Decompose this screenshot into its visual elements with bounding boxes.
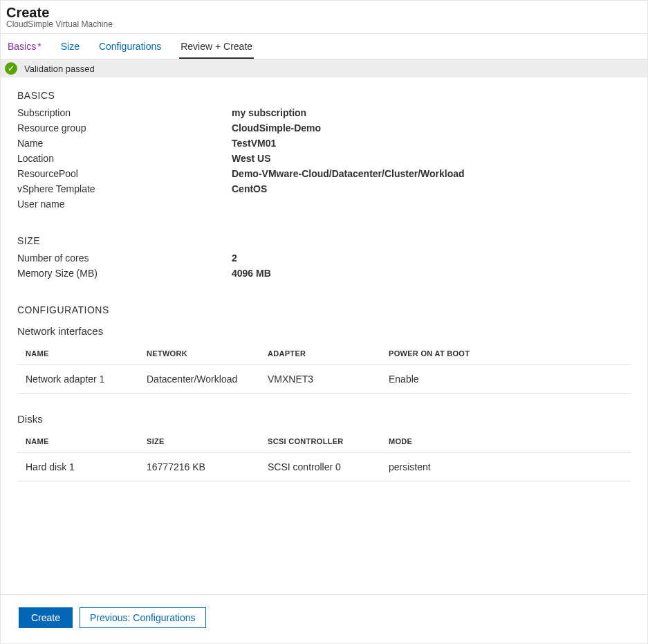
validation-text: Validation passed	[24, 64, 95, 74]
section-size-heading: SIZE	[17, 235, 631, 246]
cell-network: Datacenter/Workload	[138, 365, 259, 394]
th-name: NAME	[17, 342, 138, 365]
cell-adapter: VMXNET3	[259, 365, 380, 394]
kv-value: my subscription	[232, 107, 306, 118]
cell-scsi: SCSI controller 0	[259, 453, 380, 481]
kv-label: Resource group	[17, 122, 232, 134]
subhead-disks: Disks	[17, 413, 631, 425]
validation-banner: ✓ Validation passed	[1, 59, 647, 77]
th-name: NAME	[17, 430, 138, 453]
tab-review-create[interactable]: Review + Create	[179, 34, 254, 59]
page-title: Create	[6, 5, 642, 21]
tab-size-label: Size	[61, 41, 80, 52]
kv-memory: Memory Size (MB) 4096 MB	[17, 266, 631, 281]
th-power: POWER ON AT BOOT	[380, 342, 631, 365]
tab-size[interactable]: Size	[59, 34, 81, 59]
cell-power: Enable	[380, 365, 631, 394]
kv-subscription: Subscription my subscription	[17, 105, 631, 120]
disks-table: NAME SIZE SCSI CONTROLLER MODE Hard disk…	[17, 430, 631, 481]
kv-label: Memory Size (MB)	[17, 268, 232, 279]
kv-resource-pool: ResourcePool Demo-VMware-Cloud/Datacente…	[17, 166, 631, 181]
th-mode: MODE	[380, 430, 631, 453]
kv-label: vSphere Template	[17, 183, 232, 194]
kv-value: West US	[232, 153, 271, 164]
content-scroll: ✓ Validation passed BASICS Subscription …	[1, 59, 647, 594]
tab-configurations-label: Configurations	[99, 41, 161, 52]
th-scsi: SCSI CONTROLLER	[259, 430, 380, 453]
th-network: NETWORK	[138, 342, 259, 365]
network-table: NAME NETWORK ADAPTER POWER ON AT BOOT Ne…	[17, 342, 631, 394]
kv-cores: Number of cores 2	[17, 250, 631, 266]
previous-button[interactable]: Previous: Configurations	[80, 607, 206, 628]
tab-review-create-label: Review + Create	[180, 41, 252, 52]
tab-configurations[interactable]: Configurations	[98, 34, 163, 59]
cell-name: Hard disk 1	[17, 453, 138, 481]
kv-value: Demo-VMware-Cloud/Datacenter/Cluster/Wor…	[232, 168, 465, 179]
blade-header: Create CloudSimple Virtual Machine	[1, 1, 647, 34]
table-row: Network adapter 1 Datacenter/Workload VM…	[17, 365, 631, 394]
kv-location: Location West US	[17, 151, 631, 166]
cell-name: Network adapter 1	[17, 365, 138, 394]
footer: Create Previous: Configurations	[1, 594, 647, 643]
check-icon: ✓	[5, 62, 17, 75]
kv-vsphere-template: vSphere Template CentOS	[17, 181, 631, 196]
kv-label: ResourcePool	[17, 168, 232, 179]
subhead-network: Network interfaces	[17, 325, 631, 337]
kv-value: 4096 MB	[232, 268, 271, 279]
kv-label: Number of cores	[17, 252, 232, 264]
kv-resource-group: Resource group CloudSimple-Demo	[17, 120, 631, 136]
wizard-tabs: Basics* Size Configurations Review + Cre…	[1, 34, 647, 59]
cell-size: 16777216 KB	[138, 453, 259, 481]
kv-label: Location	[17, 153, 232, 164]
create-button[interactable]: Create	[19, 607, 73, 628]
kv-value: 2	[232, 252, 237, 264]
th-size: SIZE	[138, 430, 259, 453]
required-asterisk: *	[36, 41, 41, 52]
cell-mode: persistent	[380, 453, 631, 481]
section-basics-heading: BASICS	[17, 90, 631, 101]
kv-value: CentOS	[232, 183, 267, 194]
kv-label: Subscription	[17, 107, 232, 118]
kv-value: TestVM01	[232, 138, 276, 149]
kv-user-name: User name	[17, 196, 631, 212]
kv-name: Name TestVM01	[17, 136, 631, 151]
tab-basics[interactable]: Basics*	[6, 34, 43, 59]
section-config-heading: CONFIGURATIONS	[17, 304, 631, 315]
table-row: Hard disk 1 16777216 KB SCSI controller …	[17, 453, 631, 481]
page-subtitle: CloudSimple Virtual Machine	[6, 19, 642, 29]
kv-label: User name	[17, 199, 232, 210]
tab-basics-label: Basics	[8, 41, 36, 52]
kv-label: Name	[17, 138, 232, 149]
th-adapter: ADAPTER	[259, 342, 380, 365]
kv-value: CloudSimple-Demo	[232, 122, 321, 134]
